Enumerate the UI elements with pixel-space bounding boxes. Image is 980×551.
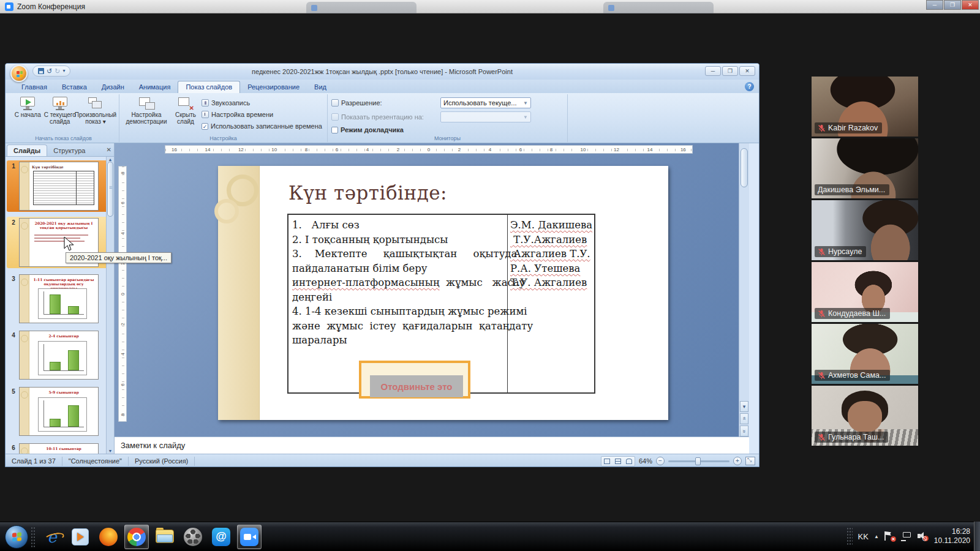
- normal-view-icon[interactable]: [601, 457, 612, 466]
- record-narration-button[interactable]: Звукозапись: [202, 98, 322, 108]
- use-timings-checkbox-row[interactable]: ✓ Использовать записанные времена: [202, 121, 322, 131]
- help-icon[interactable]: ?: [745, 82, 754, 91]
- participant-video[interactable]: Гульнара Таш...: [812, 386, 918, 446]
- previous-slide-icon[interactable]: »: [740, 413, 748, 424]
- slide-sorter-icon[interactable]: [612, 457, 624, 466]
- restore-button[interactable]: ❐: [944, 0, 961, 10]
- custom-slideshow-button[interactable]: Произвольный показ ▾: [76, 96, 115, 133]
- zoom-out-icon[interactable]: −: [656, 457, 665, 465]
- ppt-minimize-button[interactable]: ─: [705, 66, 721, 76]
- slide-thumbnail-5[interactable]: 5 5-9 сыныптар: [7, 386, 114, 437]
- resolution-dropdown[interactable]: Использовать текуще...▼: [440, 97, 531, 108]
- tab-animation[interactable]: Анимация: [132, 81, 178, 93]
- slide-thumbnail-3[interactable]: 3 1-11 сыныптар арасындағы оқушылардың ө…: [7, 273, 114, 324]
- close-button[interactable]: ✕: [962, 0, 979, 10]
- muted-mic-icon: [818, 248, 826, 256]
- panel-scrollbar[interactable]: ▲ ▼: [106, 157, 114, 454]
- from-current-slide-icon: [52, 97, 68, 110]
- participant-video[interactable]: Дакишева Эльми...: [812, 138, 918, 198]
- network-icon[interactable]: [901, 531, 912, 541]
- ppt-restore-button[interactable]: ❐: [722, 66, 738, 76]
- slide-thumbnail-6[interactable]: 6 10-11 сыныптар: [7, 442, 114, 454]
- windows-media-player-icon[interactable]: [68, 525, 92, 549]
- participant-name: Kabir Razakov: [828, 124, 878, 132]
- view-buttons[interactable]: [601, 456, 635, 467]
- zoom-in-icon[interactable]: +: [733, 457, 742, 465]
- tray-expand-icon[interactable]: ▲: [874, 534, 879, 539]
- mouse-cursor: [64, 236, 74, 252]
- move-this-overlay[interactable]: Отодвиньте это: [359, 361, 470, 399]
- undo-icon[interactable]: ↺: [47, 68, 52, 75]
- mailru-icon[interactable]: @: [209, 525, 233, 549]
- slide-title[interactable]: Күн тәртібінде:: [288, 182, 447, 204]
- show-desktop-button[interactable]: [974, 522, 980, 551]
- minimize-button[interactable]: ─: [926, 0, 943, 10]
- participant-video[interactable]: Ахметов Сама...: [812, 324, 918, 384]
- powerpoint-window: ↺ ↻ ▾ педкенес 2020-2021жж 1тоқсан жылды…: [5, 63, 760, 467]
- panel-close-icon[interactable]: ✕: [107, 146, 111, 153]
- presenter-view-checkbox-row[interactable]: Режим докладчика: [331, 125, 564, 135]
- chrome-icon[interactable]: [124, 525, 149, 549]
- zoom-slider[interactable]: [668, 460, 729, 462]
- editing-scroll-thumb[interactable]: [741, 148, 748, 187]
- presenter-view-checkbox[interactable]: [331, 127, 338, 133]
- powerpoint-titlebar: ↺ ↻ ▾ педкенес 2020-2021жж 1тоқсан жылды…: [6, 64, 759, 80]
- internet-explorer-icon[interactable]: e: [40, 525, 64, 549]
- clock[interactable]: 16:28 10.11.2020: [934, 527, 970, 545]
- use-timings-checkbox[interactable]: ✓: [202, 123, 208, 130]
- slide-thumbnail-1[interactable]: 1 Күн тәртібінде: [7, 160, 114, 212]
- panel-scroll-down-icon[interactable]: ▼: [107, 449, 113, 453]
- rehearse-timings-button[interactable]: Настройка времени: [202, 110, 322, 119]
- tab-review[interactable]: Рецензирование: [240, 81, 307, 93]
- participant-name: Ахметов Сама...: [828, 371, 886, 380]
- zoom-percentage[interactable]: 64%: [639, 457, 652, 465]
- ribbon-group-start-slideshow: С начала С текущего слайда Произвольный …: [8, 94, 119, 142]
- action-center-icon[interactable]: ✕: [884, 531, 895, 541]
- editing-scrollbar[interactable]: ▾ » »: [739, 143, 749, 437]
- tab-home[interactable]: Главная: [14, 81, 55, 93]
- participant-video[interactable]: Kabir Razakov: [812, 77, 918, 137]
- panel-scroll-up-icon[interactable]: ▲: [107, 157, 113, 162]
- theme-name[interactable]: "Солнцестояние": [62, 457, 129, 466]
- tab-view[interactable]: Вид: [307, 81, 334, 93]
- office-button[interactable]: [10, 65, 28, 82]
- panel-tab-outline[interactable]: Структура: [47, 145, 91, 156]
- media-reel-icon[interactable]: [181, 525, 205, 549]
- from-current-slide-button[interactable]: С текущего слайда: [44, 96, 77, 133]
- participant-video[interactable]: Кондудаева Ш...: [812, 262, 918, 322]
- slide-thumbnail-4[interactable]: 4 2-4 сыныптар: [7, 329, 114, 381]
- ppt-close-button[interactable]: ✕: [739, 66, 755, 76]
- notes-area[interactable]: Заметки к слайду: [115, 437, 749, 454]
- taskbar-separator: [31, 527, 36, 547]
- hide-slide-button[interactable]: ✕ Скрыть слайд: [170, 96, 202, 133]
- next-slide-icon[interactable]: »: [740, 425, 748, 437]
- panel-tab-slides[interactable]: Слайды: [7, 144, 47, 156]
- firefox-icon[interactable]: [96, 525, 121, 549]
- fit-to-window-icon[interactable]: [745, 457, 755, 465]
- zoom-slider-thumb[interactable]: [695, 457, 701, 465]
- save-icon[interactable]: [38, 68, 44, 74]
- zoom-window-titlebar: Zoom Конференция ─ ❐ ✕: [0, 0, 980, 13]
- file-explorer-icon[interactable]: [153, 525, 177, 549]
- slide-editing-area[interactable]: 1614121086420246810121416 864202468 Күн …: [115, 143, 749, 437]
- from-beginning-button[interactable]: С начала: [12, 96, 44, 133]
- zoom-window-title: Zoom Конференция: [17, 2, 85, 11]
- volume-muted-icon[interactable]: ⃠: [918, 531, 929, 541]
- language-switcher[interactable]: KK: [858, 532, 869, 541]
- participant-video[interactable]: Нурсауле: [812, 200, 918, 260]
- scroll-down-icon[interactable]: ▾: [740, 401, 748, 412]
- system-tray: KK ▲ ✕ ⃠ 16:28 10.11.2020: [846, 522, 970, 551]
- slideshow-view-icon[interactable]: [624, 457, 635, 466]
- zoom-app-taskbar-icon[interactable]: [237, 525, 262, 549]
- qat-customize-icon[interactable]: ▾: [62, 69, 65, 73]
- tab-design[interactable]: Дизайн: [94, 81, 132, 93]
- language-indicator[interactable]: Русский (Россия): [129, 457, 195, 466]
- start-button[interactable]: [5, 525, 28, 549]
- notes-placeholder: Заметки к слайду: [121, 441, 185, 450]
- tab-slideshow[interactable]: Показ слайдов: [178, 81, 240, 93]
- tab-insert[interactable]: Вставка: [55, 81, 94, 93]
- setup-slideshow-button[interactable]: Настройка демонстрации: [123, 96, 170, 133]
- panel-scroll-thumb[interactable]: [107, 162, 113, 217]
- slide-canvas[interactable]: Күн тәртібінде: 1. Алғы сөз 2. І тоқсанн…: [218, 166, 668, 420]
- redo-icon[interactable]: ↻: [55, 68, 60, 75]
